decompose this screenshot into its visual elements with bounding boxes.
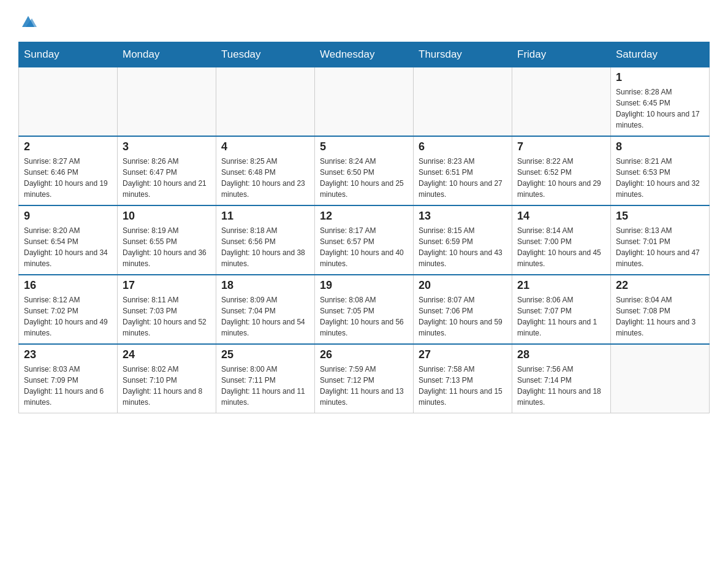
day-info: Sunrise: 7:59 AM Sunset: 7:12 PM Dayligh…: [320, 364, 408, 408]
calendar-cell: 12Sunrise: 8:17 AM Sunset: 6:57 PM Dayli…: [315, 205, 414, 275]
day-info: Sunrise: 8:09 AM Sunset: 7:04 PM Dayligh…: [221, 294, 309, 339]
day-number: 9: [24, 210, 112, 223]
day-header-monday: Monday: [118, 42, 216, 67]
day-info: Sunrise: 8:25 AM Sunset: 6:48 PM Dayligh…: [221, 156, 309, 200]
day-number: 12: [320, 210, 408, 223]
day-number: 5: [320, 140, 408, 153]
calendar-cell: [216, 67, 315, 137]
day-number: 11: [221, 210, 309, 223]
logo: [18, 12, 38, 29]
day-number: 6: [419, 140, 507, 153]
day-header-wednesday: Wednesday: [315, 42, 414, 67]
week-row-2: 2Sunrise: 8:27 AM Sunset: 6:46 PM Daylig…: [19, 136, 710, 205]
week-row-1: 1Sunrise: 8:28 AM Sunset: 6:45 PM Daylig…: [19, 67, 710, 137]
calendar-cell: 3Sunrise: 8:26 AM Sunset: 6:47 PM Daylig…: [118, 136, 216, 205]
day-info: Sunrise: 8:07 AM Sunset: 7:06 PM Dayligh…: [419, 294, 507, 339]
calendar-cell: 2Sunrise: 8:27 AM Sunset: 6:46 PM Daylig…: [19, 136, 118, 205]
day-number: 10: [123, 210, 211, 223]
day-number: 17: [123, 279, 211, 292]
day-info: Sunrise: 8:03 AM Sunset: 7:09 PM Dayligh…: [24, 364, 112, 408]
calendar-cell: 5Sunrise: 8:24 AM Sunset: 6:50 PM Daylig…: [315, 136, 414, 205]
week-row-3: 9Sunrise: 8:20 AM Sunset: 6:54 PM Daylig…: [19, 205, 710, 275]
calendar-cell: 24Sunrise: 8:02 AM Sunset: 7:10 PM Dayli…: [118, 344, 216, 413]
day-header-sunday: Sunday: [19, 42, 118, 67]
day-number: 1: [616, 71, 704, 84]
day-info: Sunrise: 8:24 AM Sunset: 6:50 PM Dayligh…: [320, 156, 408, 200]
calendar-cell: 10Sunrise: 8:19 AM Sunset: 6:55 PM Dayli…: [118, 205, 216, 275]
day-number: 8: [616, 140, 704, 153]
calendar-cell: [315, 67, 414, 137]
day-info: Sunrise: 7:58 AM Sunset: 7:13 PM Dayligh…: [419, 364, 507, 408]
day-number: 3: [123, 140, 211, 153]
day-info: Sunrise: 8:22 AM Sunset: 6:52 PM Dayligh…: [517, 156, 605, 200]
days-header-row: SundayMondayTuesdayWednesdayThursdayFrid…: [19, 42, 710, 67]
day-number: 22: [616, 279, 704, 292]
day-number: 28: [517, 348, 605, 361]
calendar-cell: 14Sunrise: 8:14 AM Sunset: 7:00 PM Dayli…: [512, 205, 611, 275]
day-info: Sunrise: 8:14 AM Sunset: 7:00 PM Dayligh…: [517, 225, 605, 269]
calendar-cell: 15Sunrise: 8:13 AM Sunset: 7:01 PM Dayli…: [611, 205, 710, 275]
calendar-cell: 4Sunrise: 8:25 AM Sunset: 6:48 PM Daylig…: [216, 136, 315, 205]
calendar-cell: 28Sunrise: 7:56 AM Sunset: 7:14 PM Dayli…: [512, 344, 611, 413]
day-info: Sunrise: 8:19 AM Sunset: 6:55 PM Dayligh…: [123, 225, 211, 269]
day-header-saturday: Saturday: [611, 42, 710, 67]
calendar-cell: 8Sunrise: 8:21 AM Sunset: 6:53 PM Daylig…: [611, 136, 710, 205]
day-info: Sunrise: 8:18 AM Sunset: 6:56 PM Dayligh…: [221, 225, 309, 269]
calendar-cell: [611, 344, 710, 413]
day-number: 26: [320, 348, 408, 361]
day-info: Sunrise: 8:23 AM Sunset: 6:51 PM Dayligh…: [419, 156, 507, 200]
calendar-cell: 16Sunrise: 8:12 AM Sunset: 7:02 PM Dayli…: [19, 275, 118, 344]
day-number: 4: [221, 140, 309, 153]
calendar-cell: 20Sunrise: 8:07 AM Sunset: 7:06 PM Dayli…: [414, 275, 512, 344]
day-info: Sunrise: 8:13 AM Sunset: 7:01 PM Dayligh…: [616, 225, 704, 269]
day-info: Sunrise: 8:28 AM Sunset: 6:45 PM Dayligh…: [616, 86, 704, 131]
calendar-cell: 18Sunrise: 8:09 AM Sunset: 7:04 PM Dayli…: [216, 275, 315, 344]
day-info: Sunrise: 7:56 AM Sunset: 7:14 PM Dayligh…: [517, 364, 605, 408]
day-info: Sunrise: 8:20 AM Sunset: 6:54 PM Dayligh…: [24, 225, 112, 269]
day-info: Sunrise: 8:17 AM Sunset: 6:57 PM Dayligh…: [320, 225, 408, 269]
week-row-5: 23Sunrise: 8:03 AM Sunset: 7:09 PM Dayli…: [19, 344, 710, 413]
day-number: 13: [419, 210, 507, 223]
calendar-cell: 21Sunrise: 8:06 AM Sunset: 7:07 PM Dayli…: [512, 275, 611, 344]
calendar-table: SundayMondayTuesdayWednesdayThursdayFrid…: [18, 42, 710, 413]
calendar-cell: 27Sunrise: 7:58 AM Sunset: 7:13 PM Dayli…: [414, 344, 512, 413]
day-header-thursday: Thursday: [414, 42, 512, 67]
calendar-cell: 22Sunrise: 8:04 AM Sunset: 7:08 PM Dayli…: [611, 275, 710, 344]
calendar-cell: 23Sunrise: 8:03 AM Sunset: 7:09 PM Dayli…: [19, 344, 118, 413]
day-info: Sunrise: 8:00 AM Sunset: 7:11 PM Dayligh…: [221, 364, 309, 408]
calendar-cell: 6Sunrise: 8:23 AM Sunset: 6:51 PM Daylig…: [414, 136, 512, 205]
calendar-cell: 9Sunrise: 8:20 AM Sunset: 6:54 PM Daylig…: [19, 205, 118, 275]
day-header-friday: Friday: [512, 42, 611, 67]
day-info: Sunrise: 8:02 AM Sunset: 7:10 PM Dayligh…: [123, 364, 211, 408]
day-info: Sunrise: 8:11 AM Sunset: 7:03 PM Dayligh…: [123, 294, 211, 339]
day-header-tuesday: Tuesday: [216, 42, 315, 67]
day-info: Sunrise: 8:27 AM Sunset: 6:46 PM Dayligh…: [24, 156, 112, 200]
day-info: Sunrise: 8:21 AM Sunset: 6:53 PM Dayligh…: [616, 156, 704, 200]
day-number: 19: [320, 279, 408, 292]
day-number: 23: [24, 348, 112, 361]
calendar-cell: [118, 67, 216, 137]
day-number: 21: [517, 279, 605, 292]
day-number: 24: [123, 348, 211, 361]
day-info: Sunrise: 8:26 AM Sunset: 6:47 PM Dayligh…: [123, 156, 211, 200]
day-number: 16: [24, 279, 112, 292]
day-number: 20: [419, 279, 507, 292]
calendar-cell: 26Sunrise: 7:59 AM Sunset: 7:12 PM Dayli…: [315, 344, 414, 413]
day-info: Sunrise: 8:15 AM Sunset: 6:59 PM Dayligh…: [419, 225, 507, 269]
day-number: 7: [517, 140, 605, 153]
calendar-cell: 7Sunrise: 8:22 AM Sunset: 6:52 PM Daylig…: [512, 136, 611, 205]
day-number: 27: [419, 348, 507, 361]
day-info: Sunrise: 8:08 AM Sunset: 7:05 PM Dayligh…: [320, 294, 408, 339]
calendar-cell: 13Sunrise: 8:15 AM Sunset: 6:59 PM Dayli…: [414, 205, 512, 275]
calendar-cell: 1Sunrise: 8:28 AM Sunset: 6:45 PM Daylig…: [611, 67, 710, 137]
day-number: 14: [517, 210, 605, 223]
day-info: Sunrise: 8:04 AM Sunset: 7:08 PM Dayligh…: [616, 294, 704, 339]
calendar-cell: 11Sunrise: 8:18 AM Sunset: 6:56 PM Dayli…: [216, 205, 315, 275]
day-number: 2: [24, 140, 112, 153]
week-row-4: 16Sunrise: 8:12 AM Sunset: 7:02 PM Dayli…: [19, 275, 710, 344]
page-header: [18, 12, 710, 29]
day-number: 15: [616, 210, 704, 223]
day-info: Sunrise: 8:12 AM Sunset: 7:02 PM Dayligh…: [24, 294, 112, 339]
calendar-cell: 25Sunrise: 8:00 AM Sunset: 7:11 PM Dayli…: [216, 344, 315, 413]
calendar-cell: 17Sunrise: 8:11 AM Sunset: 7:03 PM Dayli…: [118, 275, 216, 344]
